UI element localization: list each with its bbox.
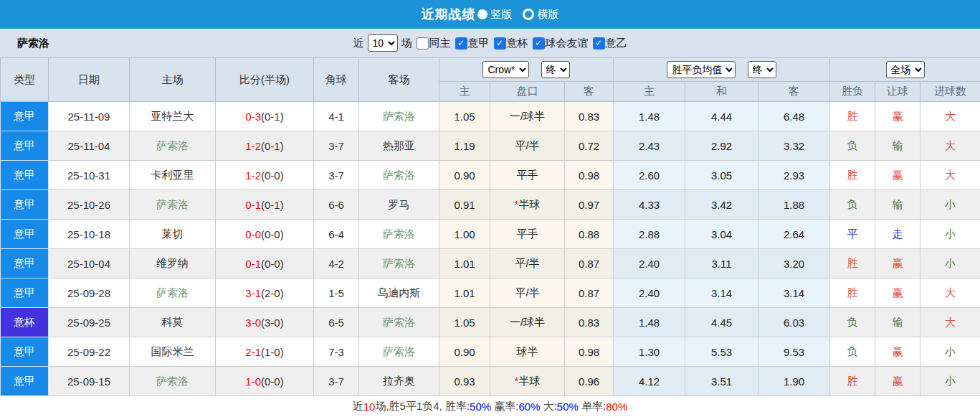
score-fulltime: 0-1 (245, 258, 261, 270)
corner-cell: 7-3 (314, 337, 359, 367)
score-fulltime: 1-0 (245, 375, 261, 388)
date-cell: 25-10-04 (49, 249, 130, 278)
home-team-cell: 莱切 (130, 220, 216, 249)
score-halftime: (0-1) (261, 140, 284, 152)
odds-away-cell: 0.87 (565, 278, 614, 308)
odds-away-cell: 0.97 (565, 190, 614, 220)
same-home-label: 同主 (429, 37, 451, 50)
score-halftime: (0-1) (261, 111, 284, 123)
type-cell: 意甲 (1, 102, 49, 131)
table-row: 意甲25-11-04萨索洛1-2(0-1)3-7热那亚1.19平/半0.722.… (1, 131, 980, 161)
corner-cell: 4-1 (314, 102, 359, 131)
result-cell: 负 (830, 190, 875, 220)
odds-group-header: Crow* 终 (439, 58, 614, 82)
score-fulltime: 3-1 (245, 287, 261, 299)
handicap-result-cell: 赢 (875, 337, 920, 367)
recent-count-select[interactable]: 10 (368, 34, 398, 52)
away-team-cell: 萨索洛 (359, 337, 439, 367)
filter-checkbox-serie-b[interactable]: ✓ (593, 37, 605, 50)
col-header-corner: 角球 (314, 58, 359, 102)
avg-lose-cell: 3.32 (758, 131, 830, 161)
score-halftime: (0-0) (261, 169, 284, 182)
score-cell: 1-2(0-1) (216, 131, 314, 161)
summary-segment: 赢率: (491, 400, 518, 413)
score-fulltime: 0-0 (245, 228, 261, 240)
same-home-checkbox[interactable] (417, 37, 429, 50)
odds-company-select[interactable]: Crow* (482, 61, 529, 78)
home-team-cell: 萨索洛 (130, 131, 216, 161)
handicap-result-cell: 赢 (875, 367, 920, 396)
odds-home-cell: 1.01 (439, 278, 490, 308)
col-header-home: 主场 (130, 58, 216, 102)
avg-time-select[interactable]: 终 (748, 61, 776, 78)
home-team-cell: 萨索洛 (130, 278, 216, 308)
score-cell: 1-2(0-0) (216, 161, 314, 190)
result-cell: 胜 (830, 367, 875, 396)
result-cell: 负 (830, 308, 875, 337)
corner-cell: 6-4 (314, 220, 359, 249)
table-body: 意甲25-11-09亚特兰大0-3(0-1)4-1萨索洛1.05一/球半0.83… (1, 102, 980, 396)
filter-checkbox-coppa[interactable]: ✓ (494, 37, 506, 50)
score-fulltime: 0-3 (245, 111, 261, 123)
results-table: 类型 日期 主场 比分(半场) 角球 客场 Crow* 终 胜平负均值 终 全场… (0, 57, 980, 396)
filter-label-serie-a: 意甲 (468, 37, 490, 50)
col-header-type: 类型 (1, 58, 49, 102)
avg-type-select[interactable]: 胜平负均值 (667, 61, 736, 78)
odds-home-cell: 1.05 (439, 308, 490, 337)
filter-checkbox-friendly[interactable]: ✓ (533, 37, 545, 50)
score-fulltime: 1-2 (245, 169, 261, 182)
result-group-header: 全场 (830, 58, 980, 82)
odds-time-select[interactable]: 终 (541, 61, 570, 78)
result-cell: 胜 (830, 278, 875, 308)
goals-cell: 大 (920, 131, 980, 161)
score-cell: 0-3(0-1) (216, 102, 314, 131)
avg-win-cell: 4.33 (614, 190, 685, 220)
table-row: 意甲25-09-15萨索洛1-0(0-0)3-7拉齐奥0.93*半球0.964.… (1, 367, 980, 396)
score-fulltime: 0-1 (245, 199, 261, 211)
handicap-cell: 球半 (490, 337, 565, 367)
result-cell: 负 (830, 337, 875, 367)
odds-away-cell: 0.83 (565, 308, 614, 337)
summary-segment: 场,胜5平1负4, 胜率: (375, 400, 470, 413)
goals-cell: 小 (920, 220, 980, 249)
handicap-cell: 平/半 (490, 249, 565, 278)
odds-home-cell: 0.90 (439, 161, 490, 190)
type-cell: 意甲 (1, 249, 49, 278)
handicap-cell: 平手 (490, 220, 565, 249)
odds-home-cell: 1.00 (439, 220, 490, 249)
avg-draw-cell: 4.45 (685, 308, 758, 337)
avg-lose-cell: 9.53 (758, 337, 830, 367)
sub-header-handicap-result: 让球 (875, 82, 920, 102)
page-title: 近期战绩 (422, 6, 476, 23)
home-team-cell: 维罗纳 (130, 249, 216, 278)
scope-select[interactable]: 全场 (886, 61, 925, 78)
result-cell: 平 (830, 220, 875, 249)
header-row-selects: 类型 日期 主场 比分(半场) 角球 客场 Crow* 终 胜平负均值 终 全场 (1, 58, 980, 82)
filter-checkbox-serie-a[interactable]: ✓ (455, 37, 467, 50)
date-cell: 25-11-09 (49, 102, 130, 131)
score-fulltime: 2-1 (245, 346, 261, 358)
score-fulltime: 1-2 (245, 140, 261, 152)
home-team-cell: 萨索洛 (130, 367, 216, 396)
score-fulltime: 3-0 (245, 317, 261, 329)
table-row: 意甲25-09-28萨索洛3-1(2-0)1-5乌迪内斯1.01平/半0.872… (1, 278, 980, 308)
home-team-cell: 卡利亚里 (130, 161, 216, 190)
corner-cell: 6-5 (314, 308, 359, 337)
handicap-result-cell: 输 (875, 308, 920, 337)
away-team-cell: 萨索洛 (359, 249, 439, 278)
odds-home-cell: 0.90 (439, 337, 490, 367)
avg-lose-cell: 3.14 (758, 278, 830, 308)
type-cell: 意甲 (1, 220, 49, 249)
handicap-star: * (515, 375, 519, 387)
date-cell: 25-10-18 (49, 220, 130, 249)
avg-win-cell: 1.48 (614, 308, 685, 337)
vertical-layout-radio[interactable] (477, 9, 487, 19)
table-row: 意甲25-11-09亚特兰大0-3(0-1)4-1萨索洛1.05一/球半0.83… (1, 102, 980, 131)
handicap-cell: 平/半 (490, 131, 565, 161)
goals-cell: 大 (920, 278, 980, 308)
summary-segment: 10 (363, 400, 376, 413)
horizontal-layout-radio[interactable] (523, 9, 534, 20)
handicap-result-cell: 赢 (875, 161, 920, 190)
away-team-cell: 拉齐奥 (359, 367, 439, 396)
handicap-cell: *半球 (490, 190, 565, 220)
